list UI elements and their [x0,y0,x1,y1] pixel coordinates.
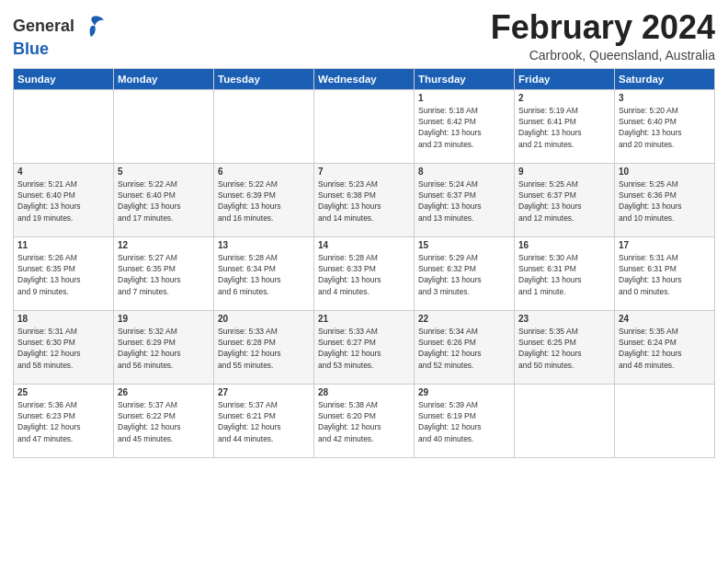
month-title: February 2024 [491,9,715,46]
header: General Blue February 2024 Carbrook, Que… [13,9,715,63]
cell-w3-d7: 17Sunrise: 5:31 AM Sunset: 6:31 PM Dayli… [615,236,715,310]
day-info: Sunrise: 5:23 AM Sunset: 6:38 PM Dayligh… [318,178,410,224]
day-number: 19 [118,314,210,324]
day-number: 28 [318,387,410,397]
title-area: February 2024 Carbrook, Queensland, Aust… [491,9,715,63]
day-number: 14 [318,240,410,250]
day-info: Sunrise: 5:33 AM Sunset: 6:28 PM Dayligh… [218,326,310,371]
cell-w5-d1: 25Sunrise: 5:36 AM Sunset: 6:23 PM Dayli… [14,384,114,457]
col-thursday: Thursday [415,68,515,89]
cell-w1-d5: 1Sunrise: 5:18 AM Sunset: 6:42 PM Daylig… [415,89,515,163]
day-number: 17 [619,240,711,250]
cell-w5-d3: 27Sunrise: 5:37 AM Sunset: 6:21 PM Dayli… [214,384,314,457]
col-wednesday: Wednesday [314,68,415,89]
day-number: 23 [518,314,610,324]
logo: General Blue [13,13,106,59]
day-info: Sunrise: 5:39 AM Sunset: 6:19 PM Dayligh… [418,399,510,444]
cell-w4-d4: 21Sunrise: 5:33 AM Sunset: 6:27 PM Dayli… [314,310,415,384]
cell-w4-d5: 22Sunrise: 5:34 AM Sunset: 6:26 PM Dayli… [415,310,515,384]
cell-w2-d7: 10Sunrise: 5:25 AM Sunset: 6:36 PM Dayli… [615,163,715,236]
cell-w4-d2: 19Sunrise: 5:32 AM Sunset: 6:29 PM Dayli… [114,310,214,384]
day-info: Sunrise: 5:35 AM Sunset: 6:25 PM Dayligh… [518,326,610,371]
cell-w5-d4: 28Sunrise: 5:38 AM Sunset: 6:20 PM Dayli… [314,384,415,457]
cell-w3-d1: 11Sunrise: 5:26 AM Sunset: 6:35 PM Dayli… [14,236,114,310]
col-friday: Friday [515,68,615,89]
day-info: Sunrise: 5:25 AM Sunset: 6:37 PM Dayligh… [518,178,610,224]
cell-w2-d2: 5Sunrise: 5:22 AM Sunset: 6:40 PM Daylig… [114,163,214,236]
week-row-3: 11Sunrise: 5:26 AM Sunset: 6:35 PM Dayli… [14,236,715,310]
cell-w2-d6: 9Sunrise: 5:25 AM Sunset: 6:37 PM Daylig… [515,163,615,236]
cell-w1-d1 [14,89,114,163]
cell-w5-d2: 26Sunrise: 5:37 AM Sunset: 6:22 PM Dayli… [114,384,214,457]
cell-w1-d3 [214,89,314,163]
day-number: 4 [17,167,109,177]
day-info: Sunrise: 5:21 AM Sunset: 6:40 PM Dayligh… [17,178,109,224]
day-info: Sunrise: 5:38 AM Sunset: 6:20 PM Dayligh… [318,399,410,444]
logo-general: General [13,17,74,36]
day-number: 3 [619,93,711,103]
cell-w2-d4: 7Sunrise: 5:23 AM Sunset: 6:38 PM Daylig… [314,163,415,236]
day-number: 9 [518,167,610,177]
cell-w5-d6 [515,384,615,457]
day-info: Sunrise: 5:31 AM Sunset: 6:31 PM Dayligh… [619,252,711,297]
cell-w1-d4 [314,89,415,163]
day-info: Sunrise: 5:31 AM Sunset: 6:30 PM Dayligh… [17,326,109,371]
cell-w3-d2: 12Sunrise: 5:27 AM Sunset: 6:35 PM Dayli… [114,236,214,310]
col-tuesday: Tuesday [214,68,314,89]
day-info: Sunrise: 5:34 AM Sunset: 6:26 PM Dayligh… [418,326,510,371]
cell-w3-d3: 13Sunrise: 5:28 AM Sunset: 6:34 PM Dayli… [214,236,314,310]
day-info: Sunrise: 5:29 AM Sunset: 6:32 PM Dayligh… [418,252,510,297]
day-number: 24 [619,314,711,324]
day-number: 1 [418,93,510,103]
day-info: Sunrise: 5:35 AM Sunset: 6:24 PM Dayligh… [619,326,711,371]
day-number: 11 [17,240,109,250]
day-number: 2 [518,93,610,103]
day-number: 21 [318,314,410,324]
cell-w1-d2 [114,89,214,163]
week-row-2: 4Sunrise: 5:21 AM Sunset: 6:40 PM Daylig… [14,163,715,236]
day-number: 29 [418,387,510,397]
day-info: Sunrise: 5:18 AM Sunset: 6:42 PM Dayligh… [418,105,510,150]
day-info: Sunrise: 5:36 AM Sunset: 6:23 PM Dayligh… [17,399,109,444]
day-number: 26 [118,387,210,397]
main-container: General Blue February 2024 Carbrook, Que… [0,0,728,465]
cell-w2-d3: 6Sunrise: 5:22 AM Sunset: 6:39 PM Daylig… [214,163,314,236]
week-row-4: 18Sunrise: 5:31 AM Sunset: 6:30 PM Dayli… [14,310,715,384]
day-number: 10 [619,167,711,177]
day-number: 8 [418,167,510,177]
cell-w4-d6: 23Sunrise: 5:35 AM Sunset: 6:25 PM Dayli… [515,310,615,384]
day-info: Sunrise: 5:22 AM Sunset: 6:40 PM Dayligh… [118,178,210,224]
day-info: Sunrise: 5:20 AM Sunset: 6:40 PM Dayligh… [619,105,711,150]
cell-w1-d6: 2Sunrise: 5:19 AM Sunset: 6:41 PM Daylig… [515,89,615,163]
day-number: 7 [318,167,410,177]
day-number: 25 [17,387,109,397]
day-number: 12 [118,240,210,250]
col-sunday: Sunday [14,68,114,89]
day-info: Sunrise: 5:28 AM Sunset: 6:33 PM Dayligh… [318,252,410,297]
day-info: Sunrise: 5:26 AM Sunset: 6:35 PM Dayligh… [17,252,109,297]
cell-w1-d7: 3Sunrise: 5:20 AM Sunset: 6:40 PM Daylig… [615,89,715,163]
day-info: Sunrise: 5:27 AM Sunset: 6:35 PM Dayligh… [118,252,210,297]
day-number: 15 [418,240,510,250]
day-info: Sunrise: 5:33 AM Sunset: 6:27 PM Dayligh… [318,326,410,371]
logo-bird-icon [78,13,106,40]
day-info: Sunrise: 5:19 AM Sunset: 6:41 PM Dayligh… [518,105,610,150]
cell-w3-d5: 15Sunrise: 5:29 AM Sunset: 6:32 PM Dayli… [415,236,515,310]
day-number: 22 [418,314,510,324]
day-number: 5 [118,167,210,177]
day-info: Sunrise: 5:30 AM Sunset: 6:31 PM Dayligh… [518,252,610,297]
day-info: Sunrise: 5:37 AM Sunset: 6:22 PM Dayligh… [118,399,210,444]
cell-w2-d1: 4Sunrise: 5:21 AM Sunset: 6:40 PM Daylig… [14,163,114,236]
cell-w4-d3: 20Sunrise: 5:33 AM Sunset: 6:28 PM Dayli… [214,310,314,384]
day-number: 16 [518,240,610,250]
day-info: Sunrise: 5:37 AM Sunset: 6:21 PM Dayligh… [218,399,310,444]
cell-w5-d5: 29Sunrise: 5:39 AM Sunset: 6:19 PM Dayli… [415,384,515,457]
day-number: 20 [218,314,310,324]
week-row-5: 25Sunrise: 5:36 AM Sunset: 6:23 PM Dayli… [14,384,715,457]
calendar-header-row: Sunday Monday Tuesday Wednesday Thursday… [14,68,715,89]
cell-w5-d7 [615,384,715,457]
day-number: 6 [218,167,310,177]
day-number: 18 [17,314,109,324]
day-info: Sunrise: 5:24 AM Sunset: 6:37 PM Dayligh… [418,178,510,224]
cell-w4-d1: 18Sunrise: 5:31 AM Sunset: 6:30 PM Dayli… [14,310,114,384]
